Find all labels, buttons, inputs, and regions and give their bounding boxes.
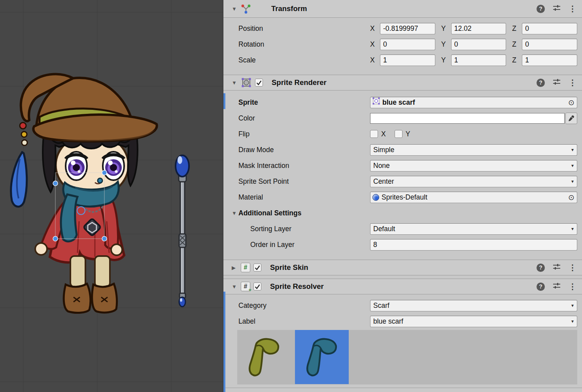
sorting-layer-dropdown[interactable]: Default ▾	[370, 223, 577, 235]
object-picker-icon[interactable]: ⊙	[568, 99, 574, 106]
flip-row: Flip X Y	[223, 126, 582, 142]
flip-x-checkbox[interactable]	[370, 130, 378, 138]
draw-mode-dropdown[interactable]: Simple ▾	[370, 144, 577, 156]
flip-label: Flip	[238, 130, 370, 138]
scale-y-field[interactable]: 1	[451, 55, 506, 66]
z-axis-label: Z	[512, 40, 519, 49]
thumbnail-green-scarf[interactable]	[237, 330, 291, 384]
sprite-sort-point-row: Sprite Sort Point Center ▾	[223, 173, 582, 189]
sorting-layer-value: Default	[373, 224, 395, 234]
additional-settings-label: Additional Settings	[238, 209, 301, 217]
z-axis-label: Z	[512, 56, 519, 64]
label-row: Label blue scarf ▾	[223, 313, 582, 329]
scene-view[interactable]	[0, 0, 223, 392]
sprite-resolver-body: Category Scarf ▾ Label blue scarf ▾	[223, 294, 582, 388]
transform-header[interactable]: ▼ Transform ? ⋮	[223, 0, 582, 18]
order-in-layer-field[interactable]: 8	[370, 239, 577, 251]
sprite-resolver-title: Sprite Resolver	[270, 282, 324, 291]
material-object-field[interactable]: Sprites-Default ⊙	[370, 192, 577, 203]
component-gap	[223, 275, 582, 279]
color-row: Color	[223, 110, 582, 126]
transform-icon	[241, 4, 251, 14]
y-axis-label: Y	[441, 24, 448, 33]
position-z-field[interactable]: 0	[522, 23, 577, 34]
sorting-layer-row: Sorting Layer Default ▾	[223, 221, 582, 237]
position-y-field[interactable]: 12.02	[451, 23, 506, 34]
sprite-renderer-header[interactable]: ▼ Sprite Renderer ? ⋮	[223, 75, 582, 90]
object-picker-icon[interactable]: ⊙	[568, 194, 574, 201]
help-icon[interactable]: ?	[537, 79, 545, 87]
mask-interaction-value: None	[373, 160, 390, 171]
chevron-down-icon: ▾	[571, 300, 574, 311]
rotation-z-field[interactable]: 0	[522, 39, 577, 50]
additional-settings-row[interactable]: ▼ Additional Settings	[223, 205, 582, 221]
color-label: Color	[238, 114, 370, 122]
color-swatch[interactable]	[370, 113, 565, 124]
kebab-menu-icon[interactable]: ⋮	[569, 79, 576, 87]
help-icon[interactable]: ?	[537, 283, 545, 291]
mask-interaction-dropdown[interactable]: None ▾	[370, 160, 577, 172]
mask-interaction-row: Mask Interaction None ▾	[223, 158, 582, 173]
draw-mode-row: Draw Mode Simple ▾	[223, 142, 582, 158]
position-x-field[interactable]: -0.8199997	[380, 23, 435, 34]
override-bar-resolver	[223, 292, 225, 392]
scale-x-field[interactable]: 1	[380, 55, 435, 66]
sprite-resolver-foldout[interactable]: ▼	[232, 284, 238, 290]
kebab-menu-icon[interactable]: ⋮	[569, 5, 576, 13]
kebab-menu-icon[interactable]: ⋮	[569, 264, 576, 271]
sprite-renderer-body: Sprite blue scarf ⊙ Color Flip X	[223, 90, 582, 260]
category-dropdown[interactable]: Scarf ▾	[370, 300, 577, 311]
transform-foldout[interactable]: ▼	[232, 6, 238, 12]
sprite-value: blue scarf	[382, 97, 566, 108]
sprite-renderer-foldout[interactable]: ▼	[232, 80, 238, 86]
additional-settings-foldout[interactable]: ▼	[232, 210, 238, 216]
sprite-resolver-header[interactable]: ▼ # + Sprite Resolver ? ⋮	[223, 279, 582, 294]
help-icon[interactable]: ?	[537, 5, 545, 13]
staff-gem	[179, 297, 185, 307]
rotation-row: Rotation X0 Y0 Z0	[223, 36, 582, 52]
scale-z-field[interactable]: 1	[522, 55, 577, 66]
presets-icon[interactable]	[552, 263, 561, 272]
override-bar-sprite	[223, 93, 225, 109]
transform-title: Transform	[271, 4, 307, 13]
presets-icon[interactable]	[552, 78, 561, 87]
sprite-skin-foldout[interactable]: ▶	[232, 265, 238, 271]
sprite-skin-title: Sprite Skin	[270, 263, 308, 272]
rotation-y-field[interactable]: 0	[451, 39, 506, 50]
flip-y-label: Y	[406, 130, 410, 138]
sprite-sort-point-dropdown[interactable]: Center ▾	[370, 176, 577, 187]
sprite-row: Sprite blue scarf ⊙	[223, 94, 582, 110]
category-label: Category	[238, 302, 370, 310]
flip-y-checkbox[interactable]	[395, 130, 402, 138]
kebab-menu-icon[interactable]: ⋮	[569, 283, 576, 290]
y-axis-label: Y	[441, 56, 448, 64]
draw-mode-label: Draw Mode	[238, 146, 370, 154]
chevron-down-icon: ▾	[571, 160, 574, 171]
presets-icon[interactable]	[552, 282, 561, 291]
x-axis-label: X	[370, 56, 377, 64]
sprite-renderer-enabled-checkbox[interactable]	[255, 79, 263, 87]
y-axis-label: Y	[441, 40, 448, 49]
sprite-variant-picker	[237, 330, 577, 384]
chevron-down-icon: ▾	[571, 176, 574, 187]
scale-label: Scale	[238, 56, 370, 64]
material-icon	[372, 194, 379, 201]
rotation-x-field[interactable]: 0	[380, 39, 435, 50]
help-icon[interactable]: ?	[537, 264, 545, 272]
eyedropper-icon[interactable]	[565, 113, 577, 124]
label-value: blue scarf	[373, 316, 403, 327]
material-value: Sprites-Default	[382, 192, 566, 203]
thumbnail-blue-scarf[interactable]	[295, 330, 349, 384]
sprite-skin-enabled-checkbox[interactable]	[253, 264, 261, 271]
transform-body: Position X-0.8199997 Y12.02 Z0 Rotation …	[223, 18, 582, 75]
sprite-renderer-title: Sprite Renderer	[272, 78, 327, 87]
presets-icon[interactable]	[552, 4, 561, 13]
sprite-object-field[interactable]: blue scarf ⊙	[370, 97, 577, 108]
sprite-resolver-enabled-checkbox[interactable]	[253, 283, 261, 290]
sprite-skin-header[interactable]: ▶ # Sprite Skin ? ⋮	[223, 260, 582, 275]
x-axis-label: X	[370, 40, 377, 49]
label-dropdown[interactable]: blue scarf ▾	[370, 316, 577, 327]
position-row: Position X-0.8199997 Y12.02 Z0	[223, 21, 582, 36]
sprite-asset-icon	[372, 97, 380, 108]
draw-mode-value: Simple	[373, 145, 395, 155]
